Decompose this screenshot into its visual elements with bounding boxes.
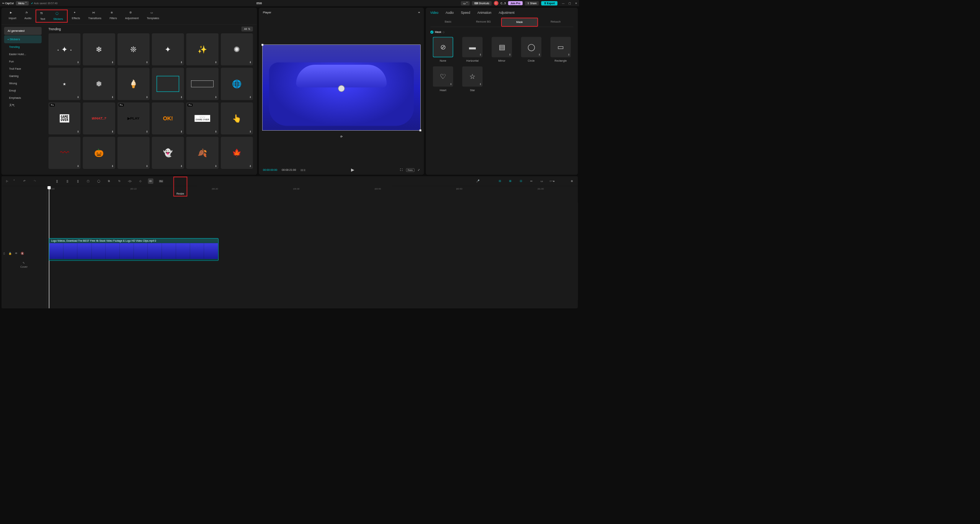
sticker-icecream[interactable]: 🍦⬇: [118, 68, 150, 100]
sticker-star-burst[interactable]: ✺⬇: [221, 33, 253, 66]
sticker-snowflake-1[interactable]: ❄⬇: [83, 33, 115, 66]
subtab-wrong[interactable]: Wrong: [4, 80, 42, 87]
cursor-tool-icon[interactable]: ▷: [5, 178, 10, 184]
mask-horizontal[interactable]: ▬⬇Horizontal: [460, 37, 485, 62]
subtab-weather[interactable]: 天气: [4, 102, 42, 109]
magnet-1-icon[interactable]: ⊟: [497, 178, 503, 184]
tab-ai-generated[interactable]: AI generated: [4, 27, 42, 35]
sticker-what[interactable]: WHAT..?⬇: [83, 102, 115, 134]
sticker-sparkle-faint[interactable]: ⋆⬇: [48, 68, 80, 100]
split-icon[interactable]: ]​[: [54, 178, 60, 184]
sticker-game-over[interactable]: GAME OVERPro⬇: [48, 102, 80, 134]
tab-stickers[interactable]: • Stickers: [4, 35, 42, 43]
tab-audio[interactable]: Audio: [446, 11, 454, 14]
mask-heart[interactable]: ♡⬇Heart: [430, 66, 456, 92]
cover-button[interactable]: ✎ Cover: [3, 259, 44, 270]
menu-button[interactable]: Menu ˅: [16, 1, 29, 5]
subtab-mask[interactable]: Mask: [501, 18, 538, 27]
sticker-leaf-2[interactable]: 🍁⬇: [221, 137, 253, 169]
play-button[interactable]: ▶: [351, 167, 354, 172]
ratio-button[interactable]: Ratio: [406, 168, 415, 172]
tab-video[interactable]: Video: [430, 11, 438, 14]
scale-icon[interactable]: ⛶: [400, 169, 403, 172]
link-icon[interactable]: ⇔: [529, 178, 534, 184]
rotate-handle-icon[interactable]: ⟳: [340, 135, 343, 138]
tool-templates[interactable]: ▭Templates: [143, 10, 163, 23]
time-ruler[interactable]: 00:00|00:10|00:20|00:30|00:40|00:50|01:0…: [47, 187, 567, 193]
split-left-icon[interactable]: [​|: [65, 178, 70, 184]
tool-text[interactable]: TIText: [36, 10, 49, 22]
tab-adjustment[interactable]: Adjustment: [499, 11, 514, 14]
subtab-emphasis[interactable]: Emphasis: [4, 94, 42, 101]
minimize-icon[interactable]: —: [562, 2, 565, 5]
tl-mute-icon[interactable]: 🔇: [21, 252, 24, 255]
tab-animation[interactable]: Animation: [477, 11, 492, 14]
sticker-snowflake-3[interactable]: ❅⬇: [83, 68, 115, 100]
magnet-2-icon[interactable]: ⊞: [508, 178, 513, 184]
join-pro-button[interactable]: Join Pro: [508, 1, 523, 5]
cursor-dropdown-icon[interactable]: ˅: [11, 178, 17, 184]
mark-icon[interactable]: ◯: [96, 178, 101, 184]
mask-mirror[interactable]: ▤⬇Mirror: [489, 37, 514, 62]
sticker-red-swirl[interactable]: 〰⬇: [48, 137, 80, 169]
tab-speed[interactable]: Speed: [461, 11, 470, 14]
subtab-gaming[interactable]: Gaming: [4, 73, 42, 80]
sticker-play[interactable]: ▶PLAYPro⬇: [118, 102, 150, 134]
sticker-teal-frame[interactable]: ⬇: [152, 68, 184, 100]
sticker-star-4pt[interactable]: ✦⬇: [152, 33, 184, 66]
copy-icon[interactable]: ⧉: [106, 178, 112, 184]
sticker-snowflake-2[interactable]: ❊⬇: [118, 33, 150, 66]
tl-collapse-icon[interactable]: ▯: [3, 252, 5, 255]
tool-effects[interactable]: ✦Effects: [68, 10, 84, 23]
sticker-white-bar[interactable]: ⬇: [186, 68, 219, 100]
delete-icon[interactable]: ▢: [85, 178, 91, 184]
sticker-leaf-1[interactable]: 🍂⬇: [186, 137, 219, 169]
tl-lock-icon[interactable]: 🔒: [8, 252, 12, 255]
tool-audio[interactable]: ◔Audio: [20, 10, 35, 23]
preview-icon[interactable]: ▭: [539, 178, 544, 184]
subtab-trending[interactable]: Trending: [4, 44, 42, 51]
subtab-easter[interactable]: Easter Holid...: [4, 51, 42, 58]
sticker-pumpkin[interactable]: 🎃⬇: [83, 137, 115, 169]
tool-filters[interactable]: ⊗Filters: [105, 10, 121, 23]
tl-eye-icon[interactable]: 👁: [15, 252, 18, 255]
crop-icon[interactable]: ⟴: [148, 178, 154, 184]
magnet-3-icon[interactable]: ⊡: [518, 178, 523, 184]
subtab-basic[interactable]: Basic: [430, 18, 466, 27]
video-clip[interactable]: Logo Videos, Download The BEST Free 4k S…: [49, 238, 219, 261]
redo-icon[interactable]: ↷: [32, 178, 38, 184]
mic-icon[interactable]: 🎤: [475, 178, 480, 184]
tool-stickers[interactable]: ◯Stickers: [49, 10, 67, 22]
mask-checkbox[interactable]: ✔: [430, 31, 433, 34]
split-right-icon[interactable]: |​]: [75, 178, 80, 184]
player-menu-icon[interactable]: ≡: [418, 11, 420, 14]
subtab-fun[interactable]: Fun: [4, 58, 42, 65]
share-button[interactable]: ⇪ Share: [525, 1, 539, 5]
tool-import[interactable]: ▶Import: [5, 10, 20, 23]
rotate-icon[interactable]: ◇: [137, 178, 143, 184]
mask-rectangle[interactable]: ▭⬇Rectangle: [548, 37, 573, 62]
mask-circle[interactable]: ◯⬇Circle: [519, 37, 544, 62]
fullscreen-icon[interactable]: ⤢: [418, 169, 420, 172]
subtab-trollface[interactable]: Troll Face: [4, 66, 42, 72]
subtab-removebg[interactable]: Remove BG: [466, 18, 501, 27]
sticker-star-glow[interactable]: ✨⬇: [186, 33, 219, 66]
filter-all-button[interactable]: All ⇅: [241, 26, 253, 31]
sticker-game-over-hearts[interactable]: ♡♡♡ GAME OVERPro⬇: [186, 102, 219, 134]
subtab-emoji[interactable]: Emoji: [4, 87, 42, 94]
sticker-pointer-hand[interactable]: 👆⬇: [221, 102, 253, 134]
fit-icon[interactable]: ⊕: [569, 178, 575, 184]
enhance-icon[interactable]: Pro: [158, 178, 164, 184]
zoom-slider[interactable]: ○─●: [549, 178, 555, 184]
video-preview[interactable]: [262, 44, 421, 131]
maximize-icon[interactable]: ▢: [568, 2, 571, 5]
mask-none[interactable]: ⊘None: [430, 37, 456, 62]
shortcuts-button[interactable]: ⌨ Shortcuts: [472, 1, 492, 5]
reverse-icon[interactable]: ↻: [117, 178, 122, 184]
mirror-icon[interactable]: ◁▷: [127, 178, 132, 184]
tool-adjustment[interactable]: ⚙Adjustment: [121, 10, 143, 23]
user-avatar[interactable]: C: [494, 1, 498, 5]
sticker-globe[interactable]: 🌐⬇: [221, 68, 253, 100]
close-icon[interactable]: ✕: [575, 2, 577, 5]
export-button[interactable]: ⬆ Export: [541, 1, 557, 5]
